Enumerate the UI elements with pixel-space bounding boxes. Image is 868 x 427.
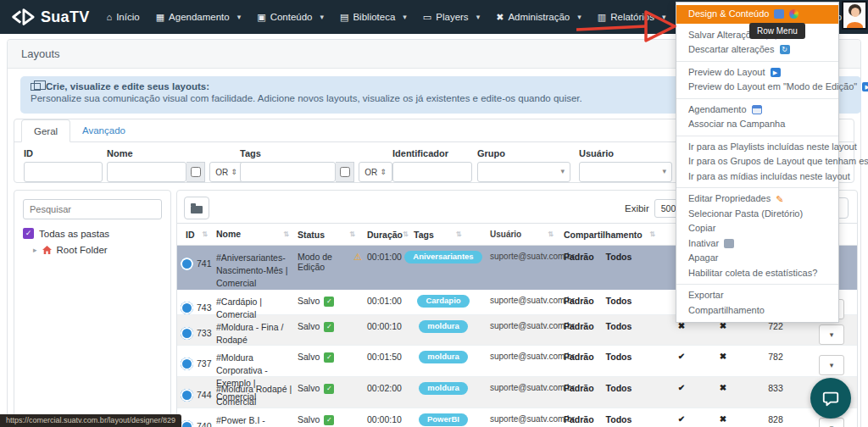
saved-check-icon: ✓ [324, 352, 334, 363]
menu-item-design-conteudo[interactable]: Design & Conteúdo [676, 5, 838, 24]
folder-tree-panel: ✓ Todas as pastas ▸ Root Folder [14, 190, 171, 427]
menu-item-descartar-alteracoes[interactable]: Descartar alterações [676, 42, 838, 58]
tag-pill: moldura [419, 351, 467, 363]
menu-item-ir-midias[interactable]: Ir para as mídias incluídas neste layout [676, 169, 838, 185]
filter-tags: Tags OR [240, 148, 392, 182]
avatar-shirt [847, 22, 863, 30]
col-header-usuario[interactable]: Usuário⇅ [479, 224, 560, 245]
user-avatar[interactable] [842, 1, 867, 30]
filter-identificador: Identificador [392, 148, 472, 182]
identificador-filter-input[interactable] [392, 162, 472, 182]
menu-item-ir-grupos[interactable]: Ir para os Grupos de Layout que tenham e… [676, 154, 838, 169]
calendar-icon [752, 105, 762, 114]
menu-divider [676, 136, 838, 136]
chat-button[interactable] [810, 378, 851, 419]
menu-item-apagar[interactable]: Apagar [676, 251, 838, 266]
filter-grupo: Grupo [477, 148, 570, 182]
nome-checkbox-addon [186, 162, 205, 182]
play-icon [771, 68, 781, 77]
expand-row-button[interactable] [181, 389, 193, 402]
sort-icon: ⇅ [349, 230, 355, 238]
all-folders-checkbox[interactable]: ✓ [23, 228, 34, 239]
nome-or-select[interactable]: OR [209, 162, 243, 182]
sort-icon: ⇅ [202, 230, 208, 238]
tree-search-input[interactable] [23, 199, 162, 219]
picture-icon [774, 9, 784, 19]
players-icon: ▭ [423, 12, 431, 23]
row-menu-button[interactable]: ▾ [819, 324, 844, 345]
layouts-banner-icon [31, 83, 41, 91]
col-header-duracao[interactable]: Duração⇅ [362, 224, 408, 245]
grupo-select[interactable] [477, 162, 570, 182]
expand-row-button[interactable] [181, 258, 193, 270]
suatv-logo[interactable]: SuaTV [10, 8, 90, 26]
nome-filter-input[interactable] [107, 162, 186, 182]
col-header-compartilhamento[interactable]: Compartilhamento⇅ [560, 224, 662, 245]
id-filter-input[interactable] [24, 162, 103, 182]
filter-nome: Nome OR [107, 148, 243, 182]
nome-checkbox[interactable] [191, 167, 201, 177]
table-row[interactable]: 737 #Moldura Corporativa - Exemplo | Com… [177, 346, 857, 377]
table-row[interactable]: 740 #Power B.I - Exemplo | Comercial Sal… [177, 408, 857, 427]
tags-or-select[interactable]: OR [359, 162, 392, 182]
tree-expand-icon[interactable]: ▸ [33, 246, 37, 254]
menu-item-associar-campanha[interactable]: Associar na Campanha [676, 117, 838, 132]
nav-biblioteca[interactable]: ▤Biblioteca [340, 12, 407, 23]
row-context-menu: Design & Conteúdo Salvar Alterações Desc… [676, 2, 839, 323]
nav-inicio[interactable]: ⌂Início [107, 12, 140, 22]
nav-players[interactable]: ▭Players [423, 12, 480, 23]
row-menu-button[interactable]: ▾ [819, 355, 844, 375]
expand-row-button[interactable] [181, 358, 193, 370]
menu-item-copiar[interactable]: Copiar [676, 221, 838, 236]
expand-row-button[interactable] [181, 327, 193, 340]
tags-checkbox[interactable] [340, 167, 350, 177]
menu-divider [676, 187, 838, 188]
tag-pill: Aniversariantes [404, 251, 481, 263]
tab-geral[interactable]: Geral [21, 119, 70, 142]
menu-item-selecionar-pasta[interactable]: Selecionar Pasta (Diretório) [676, 207, 838, 222]
banner-title: Crie, visualize e edite seus layouts: [46, 81, 209, 92]
trash-icon [724, 239, 734, 248]
expand-row-button[interactable] [181, 420, 193, 427]
menu-item-inativar[interactable]: Inativar [676, 236, 838, 252]
row-menu-tooltip: Row Menu [749, 23, 805, 39]
suatv-logo-icon [10, 8, 36, 26]
saved-check-icon: ✓ [324, 415, 334, 425]
tag-pill: Cardapio [417, 295, 469, 308]
home-icon: ⌂ [107, 12, 113, 22]
menu-item-exportar[interactable]: Exportar [676, 288, 838, 303]
saved-check-icon: ✓ [324, 297, 334, 307]
tree-item-root-folder[interactable]: ▸ Root Folder [23, 245, 162, 255]
menu-item-habilitar-estatisticas[interactable]: Habilitar coleta de estatísticas? [676, 266, 838, 281]
all-folders-row[interactable]: ✓ Todas as pastas [23, 228, 162, 239]
usuario-select[interactable] [579, 162, 672, 182]
menu-item-editar-propriedades[interactable]: Editar Propriedades [676, 191, 838, 207]
tab-avancado[interactable]: Avançado [70, 119, 137, 142]
col-header-status[interactable]: Status⇅ [296, 224, 362, 245]
expand-row-button[interactable] [181, 302, 193, 314]
menu-item-preview-layout[interactable]: Preview do Layout [676, 65, 838, 80]
sort-icon: ⇅ [283, 230, 289, 240]
menu-item-compartilhamento[interactable]: Compartilhamento [676, 303, 838, 319]
row-menu-button[interactable]: ▾ [819, 418, 844, 427]
nav-administracao[interactable]: ✖Administração [496, 12, 581, 23]
nav-agendamento[interactable]: ▦Agendamento [156, 12, 242, 23]
tag-pill: moldura [419, 382, 467, 395]
col-header-id[interactable]: ID⇅ [177, 224, 214, 245]
folder-icon [191, 206, 203, 214]
sort-icon: ⇅ [548, 230, 554, 238]
menu-item-ir-playlists[interactable]: Ir para as Playlists incluídas neste lay… [676, 140, 838, 155]
sort-icon: ⇅ [456, 230, 462, 238]
menu-item-agendamento[interactable]: Agendamento [676, 103, 838, 118]
table-row[interactable]: 744 #Moldura Rodapé | Comercial Salvo✓ 0… [177, 377, 857, 408]
tags-checkbox-addon [336, 162, 354, 182]
tags-filter-input[interactable] [240, 162, 336, 182]
col-header-tags[interactable]: Tags⇅ [408, 224, 479, 245]
menu-item-preview-modo-edicao[interactable]: Preview do Layout em "Modo de Edição" [676, 80, 838, 95]
sort-icon: ⇅ [649, 230, 655, 238]
nav-conteudo[interactable]: ▣Conteúdo [257, 12, 324, 23]
play-icon [862, 82, 868, 92]
folder-button[interactable] [184, 197, 209, 219]
menu-divider [676, 98, 838, 99]
col-header-nome[interactable]: Nome⇅ [214, 224, 296, 245]
